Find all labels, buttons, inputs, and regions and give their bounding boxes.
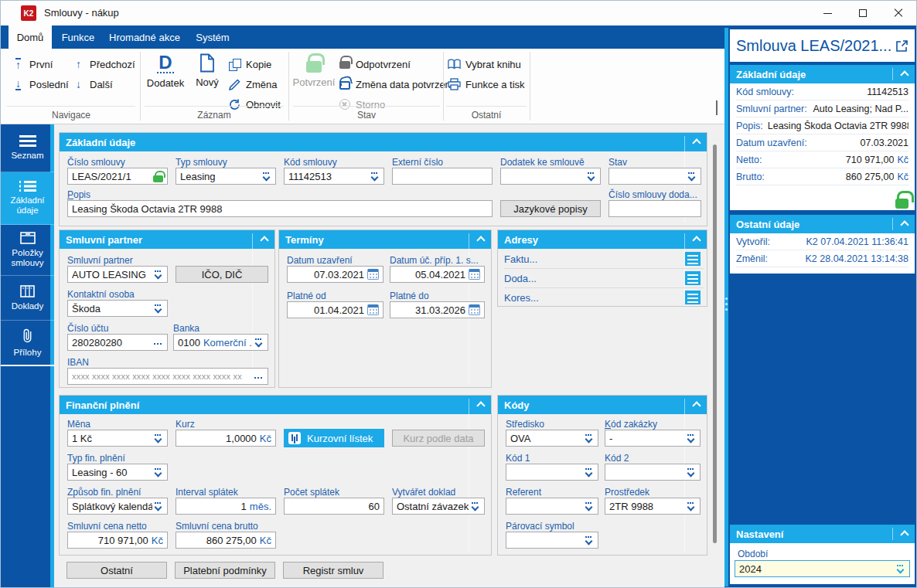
- change-confirm-date-button[interactable]: Změna data potvrzení: [338, 76, 453, 92]
- dropdown-icon[interactable]: [152, 433, 163, 444]
- sidebar-item-polozky-smlouvy[interactable]: Položky smlouvy: [1, 225, 54, 276]
- collapse-ribbon-button[interactable]: [716, 102, 718, 116]
- banka-field[interactable]: 0100 Komerční ...: [173, 334, 268, 351]
- datum-uzavreni-field[interactable]: 07.03.2021: [287, 266, 384, 283]
- calendar-icon[interactable]: [367, 269, 379, 280]
- parovaci-symbol-field[interactable]: [506, 532, 598, 549]
- minimize-button[interactable]: [810, 1, 845, 25]
- tab-system[interactable]: Systém: [189, 25, 236, 49]
- last-button[interactable]: ↓ Poslední: [12, 76, 69, 92]
- dodatek-ke-smlouve-field[interactable]: [500, 168, 601, 185]
- smluvni-cena-netto-field[interactable]: 710 971,00 Kč: [67, 532, 168, 549]
- scrollbar-thumb[interactable]: [713, 144, 717, 543]
- tab-funkce[interactable]: Funkce: [56, 25, 100, 49]
- sidebar-item-prilohy[interactable]: Přílohy: [1, 321, 54, 366]
- dropdown-icon[interactable]: [583, 467, 594, 478]
- mena-field[interactable]: 1 Kč: [67, 430, 168, 447]
- prostredek-field[interactable]: 2TR 9988: [605, 498, 701, 515]
- calendar-icon[interactable]: [367, 304, 379, 315]
- sidebar-item-seznam[interactable]: Seznam: [1, 124, 54, 172]
- smluvni-partner-field[interactable]: AUTO LEASING: [67, 266, 168, 283]
- kod1-field[interactable]: [506, 464, 598, 481]
- ostatni-button[interactable]: Ostatní: [66, 562, 167, 579]
- stav-field[interactable]: [608, 168, 701, 185]
- dropdown-icon[interactable]: [253, 338, 264, 348]
- kod-zakazky-field[interactable]: -: [605, 430, 701, 447]
- kurz-field[interactable]: 1,0000 Kč: [176, 430, 276, 447]
- dropdown-icon[interactable]: [152, 270, 163, 280]
- close-button[interactable]: [881, 1, 916, 25]
- cislo-uctu-field[interactable]: 280280280: [67, 334, 168, 351]
- splitter-strip[interactable]: [724, 28, 728, 586]
- pocet-splatek-field[interactable]: 60: [284, 498, 384, 515]
- calendar-icon[interactable]: [469, 304, 480, 315]
- first-button[interactable]: ↑ První: [12, 56, 53, 72]
- zpusob-fin-plneni-field[interactable]: Splátkový kalendář: [67, 498, 168, 515]
- address-menu-icon[interactable]: [685, 271, 701, 285]
- dropdown-icon[interactable]: [583, 433, 594, 444]
- platne-od-field[interactable]: 01.04.2021: [287, 301, 384, 318]
- open-in-window-icon[interactable]: [895, 39, 908, 53]
- dropdown-icon[interactable]: [685, 467, 696, 478]
- calendar-icon[interactable]: [469, 269, 480, 280]
- jazykove-popisy-button[interactable]: Jazykové popisy: [500, 200, 601, 217]
- dropdown-icon[interactable]: [152, 501, 163, 512]
- collapse-panel-icon[interactable]: [900, 220, 908, 229]
- dropdown-icon[interactable]: [685, 501, 696, 512]
- vertical-scrollbar[interactable]: [712, 131, 718, 582]
- new-button[interactable]: Nový: [185, 53, 230, 88]
- dropdown-icon[interactable]: [583, 501, 594, 512]
- dropdown-icon[interactable]: [469, 501, 480, 512]
- tab-hromadne-akce[interactable]: Hromadné akce: [104, 25, 185, 49]
- address-menu-icon[interactable]: [685, 291, 701, 304]
- kontaktni-osoba-field[interactable]: Škoda: [67, 300, 168, 317]
- datum-uc-prip-field[interactable]: 05.04.2021: [390, 266, 485, 283]
- referent-field[interactable]: [506, 498, 598, 515]
- dropdown-icon[interactable]: [152, 304, 163, 314]
- collapse-panel-icon[interactable]: [900, 530, 908, 539]
- obdobi-field[interactable]: 2024: [735, 560, 910, 577]
- iban-field[interactable]: xxxx xxxx xxxx xxxx xxxx xxxx xxxx xxxx …: [67, 368, 268, 385]
- dropdown-icon[interactable]: [583, 535, 594, 546]
- kod-smlouvy-field[interactable]: 11142513: [284, 168, 384, 185]
- kurzovni-listek-button[interactable]: Kurzovní lístek: [284, 429, 384, 447]
- previous-button[interactable]: ↑ Předchozí: [72, 56, 135, 72]
- dropdown-icon[interactable]: [686, 172, 697, 182]
- collapse-panel-icon[interactable]: [900, 70, 908, 79]
- functions-print-button[interactable]: Funkce a tisk: [448, 76, 525, 92]
- more-icon[interactable]: [253, 372, 264, 380]
- unconfirm-button[interactable]: Odpotvrzení: [338, 56, 411, 72]
- platne-do-field[interactable]: 31.03.2026: [390, 301, 485, 318]
- dodatek-button[interactable]: D Dodatek: [143, 53, 188, 89]
- dropdown-icon[interactable]: [261, 172, 271, 182]
- tab-domu[interactable]: Domů: [9, 25, 52, 49]
- cislo-smlouvy-dodatku-field[interactable]: [608, 200, 701, 217]
- dropdown-icon[interactable]: [369, 172, 380, 182]
- platebni-podminky-button[interactable]: Platební podmínky: [175, 562, 275, 579]
- dropdown-icon[interactable]: [895, 564, 905, 574]
- ico-dic-button[interactable]: IČO, DIČ: [176, 266, 268, 283]
- cislo-smlouvy-field[interactable]: LEAS/2021/1: [67, 168, 168, 185]
- dropdown-icon[interactable]: [685, 433, 696, 444]
- interval-splatek-field[interactable]: 1 měs.: [176, 498, 276, 515]
- maximize-button[interactable]: [845, 1, 881, 25]
- popis-field[interactable]: Leasing Škoda Octavia 2TR 9988: [67, 200, 493, 217]
- address-menu-icon[interactable]: [685, 252, 701, 266]
- smluvni-cena-brutto-field[interactable]: 860 275,00 Kč: [176, 532, 276, 549]
- dropdown-icon[interactable]: [585, 172, 596, 182]
- change-button[interactable]: Změna: [228, 76, 277, 92]
- kod2-field[interactable]: [605, 464, 701, 481]
- vytvaret-doklad-field[interactable]: Ostatní závazek: [392, 498, 485, 515]
- more-icon[interactable]: [152, 338, 163, 346]
- next-button[interactable]: ↓ Další: [72, 76, 113, 92]
- registr-smluv-button[interactable]: Registr smluv: [283, 562, 384, 579]
- externi-cislo-field[interactable]: [392, 168, 493, 185]
- typ-fin-plneni-field[interactable]: Leasing - 60: [67, 464, 168, 481]
- sidebar-item-zakladni-udaje[interactable]: Základní údaje: [1, 172, 54, 225]
- typ-smlouvy-field[interactable]: Leasing: [176, 168, 276, 185]
- select-book-button[interactable]: Vybrat knihu: [448, 56, 521, 72]
- stredisko-field[interactable]: OVA: [506, 430, 598, 447]
- dropdown-icon[interactable]: [152, 467, 163, 478]
- sidebar-item-doklady[interactable]: Doklady: [1, 276, 54, 321]
- copy-button[interactable]: Kopie: [228, 56, 271, 72]
